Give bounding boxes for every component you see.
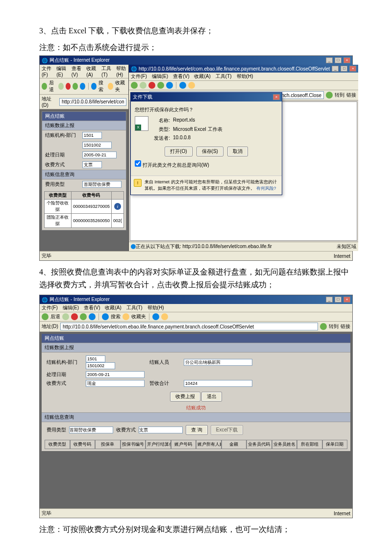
menu-file[interactable]: 文件(F) [42,304,58,311]
excel-download-button[interactable]: Excel下载 [211,425,243,435]
section-query: 结账信息查询 [42,412,350,422]
input-date[interactable] [86,371,145,378]
print-icon[interactable] [161,313,168,320]
menu-favorites[interactable]: 收藏(A) [86,65,97,77]
value-filetype: Microsoft Excel 工作表 [173,126,222,133]
close-button[interactable]: × [343,57,350,63]
home-icon[interactable] [166,82,173,89]
input-date[interactable] [82,151,117,158]
minimize-button[interactable]: _ [332,66,339,72]
col-h: 所在部组 [297,440,322,449]
always-ask-checkbox[interactable] [135,160,141,167]
refresh-icon[interactable] [73,83,78,90]
back-icon[interactable] [131,82,138,89]
select-method[interactable] [86,380,145,387]
links-label[interactable]: 链接 [341,323,350,330]
window-title: 网点结账 - Internet Explorer [49,296,324,303]
favorites-icon[interactable] [188,82,195,89]
go-icon[interactable] [326,92,333,99]
back-label[interactable]: 后退 [49,79,56,93]
menu-view[interactable]: 查看(V) [72,65,82,77]
menu-edit[interactable]: 编辑(E) [63,304,79,311]
links-label[interactable]: 链接 [346,92,356,99]
minimize-button[interactable]: _ [326,297,333,303]
stop-icon[interactable] [148,82,155,89]
menu-help[interactable]: 帮助(H) [116,65,126,77]
risk-link[interactable]: 有何风险? [256,186,276,191]
close-button[interactable]: × [349,66,356,72]
col-h: 投保单 [95,440,121,449]
label-tempsum: 暂收合计 [149,380,179,387]
menu-file[interactable]: 文件(F) [131,73,147,80]
back-icon[interactable] [42,83,47,90]
input-tempsum[interactable] [184,380,252,387]
menu-favorites[interactable]: 收藏(A) [105,304,121,311]
search-label[interactable]: 搜索 [111,313,121,320]
stop-icon[interactable] [66,83,71,90]
report-button[interactable]: 收费上报 [170,392,200,402]
menu-edit[interactable]: 编辑(E) [56,65,67,77]
stop-icon[interactable] [71,313,78,320]
col-h: 账户所有人姓名 [196,440,221,449]
open-button[interactable]: 打开(O) [165,147,192,156]
label-method: 收费方式 [47,380,81,387]
cancel-button[interactable]: 取消 [227,147,248,156]
menu-tools[interactable]: 工具(T) [216,73,232,80]
save-button[interactable]: 保存(S) [196,147,223,156]
favorites-icon[interactable] [108,83,113,90]
back-icon[interactable] [42,313,49,320]
menu-help[interactable]: 帮助(H) [147,304,164,311]
menu-view[interactable]: 查看(V) [173,73,189,80]
maximize-button[interactable]: □ [341,66,347,72]
close-button[interactable]: × [343,297,350,303]
go-label[interactable]: 转到 [329,323,339,330]
refresh-icon[interactable] [80,313,87,320]
label-person: 结账人员 [149,359,179,366]
favorites-label[interactable]: 收藏夹 [131,313,146,320]
menu-file[interactable]: 文件(F) [42,65,51,77]
menu-tools[interactable]: 工具(T) [126,304,143,311]
go-label[interactable]: 转到 [335,92,344,99]
maximize-button[interactable]: □ [335,57,342,63]
go-icon[interactable] [320,323,327,330]
forward-icon [62,313,69,320]
mail-icon[interactable] [152,313,159,320]
menu-tools[interactable]: 工具(T) [101,65,111,77]
info-icon[interactable]: i [114,203,121,210]
input-feetype[interactable] [82,181,122,188]
window-title-2: http://10.0.0.8/life/servlet/com.ebao.li… [139,66,330,72]
menu-help[interactable]: 帮助(H) [237,73,253,80]
menu-view[interactable]: 查看(V) [84,304,100,311]
input-org1[interactable] [86,355,105,362]
favorites-icon[interactable] [122,313,129,320]
select-feetype[interactable] [69,427,113,433]
minimize-button[interactable]: _ [326,57,333,63]
exit-button[interactable]: 退出 [201,392,222,402]
search-icon[interactable] [102,313,109,320]
query-button[interactable]: 查 询 [186,425,208,435]
favorites-label[interactable]: 收藏夹 [115,79,126,93]
address-input[interactable] [60,323,318,330]
back-label[interactable]: 后退 [50,313,60,320]
input-person[interactable] [184,359,252,366]
address-input[interactable] [59,98,126,106]
search-icon[interactable] [179,82,186,89]
input-org1[interactable] [82,132,102,139]
search-label[interactable]: 搜索 [98,79,106,93]
step-3-text: 3、点击 Excel 下载，下载收费信息查询表并保存； [39,25,353,37]
select-method-q[interactable] [139,427,183,433]
home-icon[interactable] [89,313,96,320]
search-icon[interactable] [91,83,97,90]
maximize-button[interactable]: □ [335,297,342,303]
menu-edit[interactable]: 编辑(E) [152,73,168,80]
home-icon[interactable] [80,83,85,90]
refresh-icon[interactable] [157,82,164,89]
input-org2[interactable] [82,142,112,149]
address-label: 地址(D) [42,96,57,108]
dialog-close-button[interactable]: × [273,94,280,100]
col-h: 开户行结算代号代码 [146,440,171,449]
cell-r2c2: 000000035260050 [71,214,111,228]
input-method[interactable] [82,161,102,168]
menu-favorites[interactable]: 收藏(A) [194,73,210,80]
input-org2[interactable] [86,362,115,369]
